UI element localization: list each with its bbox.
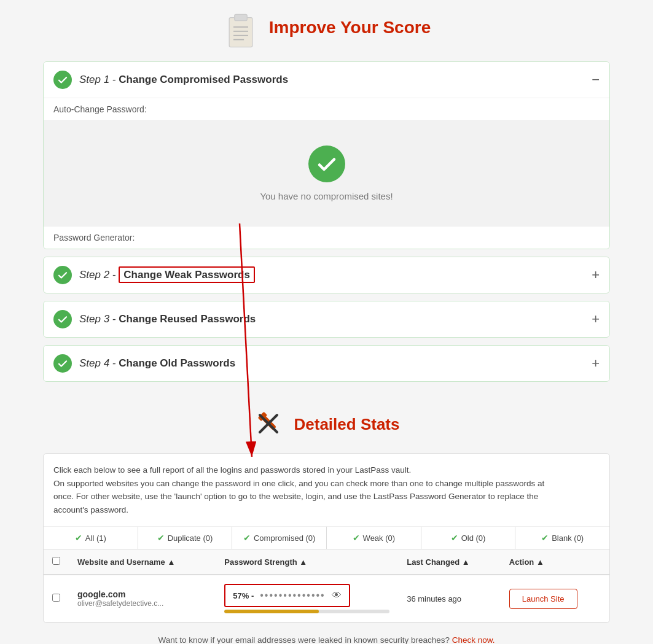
row-site-cell: google.com oliver@safetydetective.c...: [69, 575, 216, 623]
step3-toggle[interactable]: +: [592, 312, 600, 326]
table-row: google.com oliver@safetydetective.c... 5…: [44, 575, 609, 623]
step2-title: Step 2 - Change Weak Passwords: [79, 269, 592, 281]
check-now-link[interactable]: Check now.: [452, 635, 495, 644]
strength-bar: [224, 610, 389, 613]
step1-toggle[interactable]: −: [592, 73, 600, 87]
stats-description: Click each below to see a full report of…: [44, 454, 609, 527]
step3-check-icon: [53, 310, 72, 328]
password-generator-label: Password Generator:: [44, 226, 609, 249]
svg-rect-1: [234, 14, 247, 20]
eye-icon[interactable]: 👁: [332, 590, 342, 601]
svg-rect-0: [229, 18, 252, 47]
step4-check-icon: [53, 354, 72, 373]
step4-title: Step 4 - Change Old Passwords: [79, 357, 592, 370]
big-check-icon: [308, 145, 345, 182]
strength-percent: 57% -: [233, 591, 254, 600]
page-title: Improve Your Score: [269, 18, 431, 37]
detailed-stats-section: Detailed Stats: [43, 389, 610, 453]
auto-change-label: Auto-Change Password:: [44, 98, 609, 121]
table-header-row: Website and Username ▲ Password Strength…: [44, 549, 609, 575]
step1-check-icon: [53, 71, 72, 89]
site-username: oliver@safetydetective.c...: [77, 599, 207, 608]
step2-check-icon: [53, 266, 72, 284]
strength-bar-fill: [224, 610, 318, 613]
filter-tabs: ✔ All (1) ✔ Duplicate (0) ✔ Compromised …: [44, 527, 609, 549]
tools-icon: [254, 408, 284, 441]
row-strength-cell: 57% - •••••••••••••• 👁: [216, 575, 398, 623]
table-header-last-changed[interactable]: Last Changed ▲: [398, 549, 501, 575]
step1-content: Auto-Change Password: You have no compro…: [44, 98, 609, 249]
filter-tab-all[interactable]: ✔ All (1): [44, 527, 138, 549]
detailed-stats-header: Detailed Stats: [43, 389, 610, 453]
step3-header[interactable]: Step 3 - Change Reused Passwords +: [44, 301, 609, 337]
site-name: google.com: [77, 589, 207, 599]
table-header-site[interactable]: Website and Username ▲: [69, 549, 216, 575]
step2-header[interactable]: Step 2 - Change Weak Passwords +: [44, 257, 609, 293]
filter-tab-old[interactable]: ✔ Old (0): [421, 527, 516, 549]
no-compromised-box: You have no compromised sites!: [44, 121, 609, 226]
filter-tab-compromised[interactable]: ✔ Compromised (0): [232, 527, 327, 549]
row-checkbox-cell: [44, 575, 69, 623]
filter-tab-weak[interactable]: ✔ Weak (0): [327, 527, 421, 549]
row-last-changed-cell: 36 minutes ago: [398, 575, 501, 623]
stats-panel: Click each below to see a full report of…: [43, 453, 610, 623]
step1-container: Step 1 - Change Compromised Passwords − …: [43, 61, 610, 249]
step3-container: Step 3 - Change Reused Passwords +: [43, 301, 610, 338]
clipboard-icon: [222, 12, 259, 49]
step4-container: Step 4 - Change Old Passwords +: [43, 345, 610, 382]
step1-header[interactable]: Step 1 - Change Compromised Passwords −: [44, 62, 609, 98]
step4-toggle[interactable]: +: [592, 357, 600, 370]
row-checkbox[interactable]: [52, 594, 60, 602]
table-header-action[interactable]: Action ▲: [501, 549, 609, 575]
bottom-note: Want to know if your email addresses wer…: [43, 623, 610, 644]
password-dots: ••••••••••••••: [260, 590, 325, 601]
launch-site-button[interactable]: Launch Site: [509, 589, 577, 609]
step4-header[interactable]: Step 4 - Change Old Passwords +: [44, 346, 609, 381]
no-compromised-text: You have no compromised sites!: [260, 191, 393, 201]
strength-bar-wrapper: [224, 610, 389, 613]
step2-container: Step 2 - Change Weak Passwords +: [43, 257, 610, 293]
password-table: Website and Username ▲ Password Strength…: [44, 549, 609, 623]
step2-toggle[interactable]: +: [592, 268, 600, 282]
table-header-checkbox: [44, 549, 69, 575]
step1-title: Step 1 - Change Compromised Passwords: [79, 74, 592, 86]
step3-title: Step 3 - Change Reused Passwords: [79, 313, 592, 325]
page-header: Improve Your Score: [43, 0, 610, 61]
filter-tab-blank[interactable]: ✔ Blank (0): [515, 527, 609, 549]
row-action-cell: Launch Site: [501, 575, 609, 623]
table-header-strength[interactable]: Password Strength ▲: [216, 549, 398, 575]
select-all-checkbox[interactable]: [52, 557, 60, 565]
password-strength-widget: 57% - •••••••••••••• 👁: [224, 584, 350, 607]
detailed-stats-title: Detailed Stats: [294, 415, 400, 434]
filter-tab-duplicate[interactable]: ✔ Duplicate (0): [138, 527, 233, 549]
header-icon-area: [222, 6, 259, 49]
